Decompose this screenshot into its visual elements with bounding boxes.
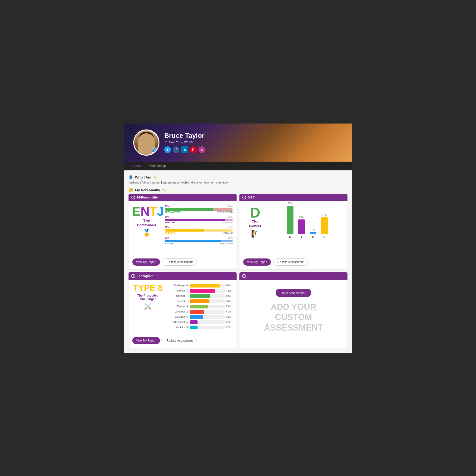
info-icon-custom[interactable]: i — [242, 274, 246, 278]
medal-icon: 🥇 — [132, 229, 161, 237]
16-personality-body: ENTJ The Commander 🥇 71% 29% EXTRAVERTED… — [129, 201, 237, 258]
custom-assessment-card: i Take Assessment ADD YOUR CUSTOM ASSESS… — [239, 272, 347, 348]
pinterest-icon[interactable]: P — [190, 146, 197, 153]
entj-t: T — [150, 204, 157, 218]
retake-disc-button[interactable]: Re-take Assessment — [273, 258, 307, 266]
enneagram-type-block: TYPE 8 The Protective Challenger ⚔️ — [132, 284, 163, 331]
disc-sublabel: Pioneer — [243, 224, 267, 228]
avatar: ✓ — [133, 130, 159, 156]
enneagram-subdesc: Challenger — [132, 297, 163, 301]
enneagram-layout: TYPE 8 The Protective Challenger ⚔️ Chal… — [132, 284, 233, 331]
disc-bar-col: 96% D — [287, 202, 293, 238]
linkedin-icon[interactable]: in — [181, 146, 188, 153]
enneagram-bar-row: Idealist (1) 56% — [167, 299, 233, 303]
tab-profile[interactable]: Profile — [129, 162, 145, 170]
twitter-icon[interactable]: t — [164, 146, 171, 153]
enneagram-bars: Challenger (8) 88% Achiever (3) 72% Opti… — [167, 284, 233, 331]
enneagram-header: i Enneagram — [129, 272, 237, 280]
info-icon-disc[interactable]: i — [242, 196, 246, 200]
personality-bar-row: 71% 29% EXTRAVERTED INTROVERTED — [165, 205, 233, 213]
custom-card-body: Take Assessment ADD YOUR CUSTOM ASSESSME… — [239, 280, 347, 342]
profile-info: Bruce Taylor 📍 New York, NY US t f in P … — [164, 132, 205, 153]
custom-header: i — [239, 272, 347, 280]
retake-enn-button[interactable]: Re-take Assessment — [162, 337, 197, 344]
enneagram-body: TYPE 8 The Protective Challenger ⚔️ Chal… — [129, 280, 237, 337]
disc-letter: D — [243, 206, 267, 220]
disc-chart: 96% D 50% I 7% S 57% C — [271, 205, 344, 238]
disc-layout: D The Pioneer 🧗 96% D 50% I 7% S 57% C — [243, 205, 344, 238]
disc-hiker-icon: 🧗 — [243, 230, 267, 238]
enneagram-desc: The Protective — [132, 294, 163, 297]
entj-j: J — [157, 204, 164, 218]
personality-layout: ENTJ The Commander 🥇 71% 29% EXTRAVERTED… — [132, 205, 233, 247]
type-label: The — [132, 219, 161, 223]
personality-type-block: ENTJ The Commander 🥇 — [132, 205, 161, 247]
16-personality-header: i 16-Personality — [129, 194, 237, 201]
disc-body: D The Pioneer 🧗 96% D 50% I 7% S 57% C — [239, 201, 347, 258]
enneagram-bar-row: Achiever (3) 72% — [167, 289, 233, 293]
16p-actions: View My Report Re-take Assessment — [129, 258, 237, 270]
view-report-disc-button[interactable]: View My Report — [243, 258, 271, 266]
edit-personality-icon[interactable]: ✏️ — [162, 188, 166, 192]
enneagram-actions: View My Report Re-take Assessment — [129, 337, 237, 348]
enneagram-bar-row: Individualist (4) 22% — [167, 320, 233, 324]
type8-text: TYPE 8 — [132, 284, 163, 292]
entj-n: N — [141, 204, 150, 218]
personality-bar-row: 88% 12% INTUITION SENSING — [165, 216, 233, 224]
who-i-am-section: 👤 Who I Am ✏️ — [129, 175, 347, 179]
enneagram-bar-row: Optimist (7) 59% — [167, 294, 233, 298]
smile-icon: 😊 — [129, 188, 133, 192]
verified-badge: ✓ — [152, 148, 157, 153]
enneagram-bar-row: Caregiver (2) 41% — [167, 310, 233, 314]
enneagram-card: i Enneagram TYPE 8 The Protective Challe… — [129, 272, 237, 348]
view-report-16p-button[interactable]: View My Report — [132, 258, 160, 266]
instagram-icon[interactable]: ⊙ — [199, 146, 205, 153]
info-icon-enn[interactable]: i — [131, 274, 135, 278]
disc-type-block: D The Pioneer 🧗 — [243, 206, 267, 238]
disc-label: The — [243, 220, 267, 224]
add-assessment-text: ADD YOUR CUSTOM ASSESSMENT — [264, 302, 323, 333]
location-pin-icon: 📍 — [164, 140, 168, 144]
profile-location: 📍 New York, NY US — [164, 140, 205, 144]
enneagram-swords-icon: ⚔️ — [132, 303, 163, 310]
profile-name: Bruce Taylor — [164, 132, 205, 139]
info-icon-16p[interactable]: i — [131, 196, 135, 200]
tab-membership[interactable]: Membership — [145, 162, 170, 170]
disc-bar-col: 57% C — [321, 214, 328, 238]
personality-bar-row: 82% 18% JUDGING PERCEIVING — [165, 237, 233, 245]
enneagram-bar-row: Challenger (8) 88% — [167, 284, 233, 288]
view-report-enn-button[interactable]: View My Report — [132, 337, 160, 344]
edit-who-i-am-icon[interactable]: ✏️ — [153, 175, 157, 179]
profile-banner: ✓ Bruce Taylor 📍 New York, NY US t f in … — [124, 123, 352, 162]
cards-grid: i 16-Personality ENTJ The Commander 🥇 — [129, 194, 347, 348]
retake-16p-button[interactable]: Re-take Assessment — [162, 258, 197, 266]
type-sublabel: Commander — [132, 223, 161, 227]
social-icons: t f in P ⊙ — [164, 146, 205, 153]
disc-card: i DISC D The Pioneer 🧗 96% D 50% I — [239, 194, 347, 270]
facebook-icon[interactable]: f — [173, 146, 179, 153]
enneagram-bar-row: Thinker (5) 53% — [167, 305, 233, 308]
entj-e: E — [132, 204, 141, 218]
enneagram-bar-row: Mediator (9) 22% — [167, 325, 233, 329]
take-assessment-button[interactable]: Take Assessment — [276, 289, 311, 297]
person-icon: 👤 — [129, 175, 133, 179]
16-personality-card: i 16-Personality ENTJ The Commander 🥇 — [129, 194, 237, 270]
disc-bar-col: 50% I — [298, 216, 305, 238]
entj-letters: ENTJ — [132, 205, 161, 218]
disc-bar-col: 7% S — [310, 228, 316, 238]
enneagram-bar-row: Guardian (6) 38% — [167, 315, 233, 319]
main-container: ✓ Bruce Taylor 📍 New York, NY US t f in … — [124, 123, 352, 353]
personality-section-title: 😊 My Personality ✏️ — [129, 188, 347, 192]
disc-header: i DISC — [239, 194, 347, 201]
personality-bars: 71% 29% EXTRAVERTED INTROVERTED 88% 12% … — [165, 205, 233, 247]
disc-actions: View My Report Re-take Assessment — [239, 258, 347, 270]
content-area: 👤 Who I Am ✏️ husband | father | mentor … — [124, 170, 352, 353]
personality-bar-row: 58% 42% THINKING FEELING — [165, 226, 233, 234]
nav-tabs: Profile Membership — [124, 162, 352, 170]
disc-bars-wrapper: 96% D 50% I 7% S 57% C — [287, 205, 328, 238]
who-i-am-description: husband | father | mentor | entrepreneur… — [129, 181, 347, 184]
